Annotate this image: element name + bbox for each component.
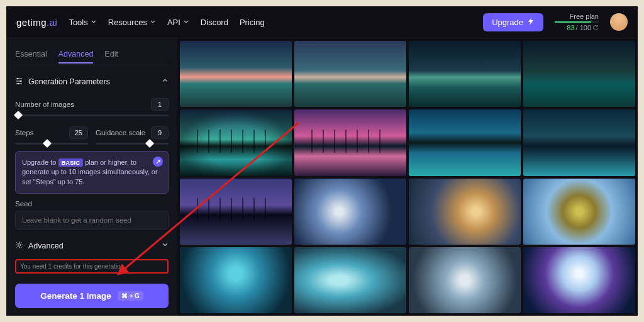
gallery: [177, 38, 638, 316]
seed-label: Seed: [15, 200, 169, 208]
nav-label: Resources: [108, 18, 147, 27]
num-images-label: Number of images: [15, 101, 74, 108]
credits-bar: [555, 21, 599, 23]
credits-meter[interactable]: Free plan 83 / 100: [555, 13, 599, 31]
upsell-badge: BASIC: [58, 158, 84, 167]
num-images-slider[interactable]: [15, 114, 169, 116]
guidance-label: Guidance scale: [96, 129, 145, 136]
steps-slider[interactable]: [15, 143, 88, 145]
upgrade-label: Upgrade: [492, 18, 523, 27]
upgrade-button[interactable]: Upgrade: [483, 13, 543, 31]
gallery-item[interactable]: [409, 179, 521, 245]
generate-label: Generate 1 image: [40, 291, 111, 301]
steps-value[interactable]: 25: [69, 126, 88, 139]
gallery-item[interactable]: [409, 247, 521, 313]
gallery-item[interactable]: [294, 179, 406, 245]
nav-label: Discord: [201, 18, 228, 27]
svg-point-1: [20, 80, 22, 82]
gallery-item[interactable]: [294, 247, 406, 313]
gallery-item[interactable]: [523, 247, 635, 313]
gallery-item[interactable]: [180, 41, 292, 107]
svg-point-0: [17, 78, 19, 80]
tab-edit[interactable]: Edit: [104, 46, 118, 64]
plan-label: Free plan: [570, 13, 599, 20]
num-images-value[interactable]: 1: [151, 98, 169, 111]
nav-label: Tools: [69, 18, 87, 27]
external-link-icon: [153, 157, 163, 167]
logo[interactable]: getimg.ai: [16, 17, 57, 28]
tab-essential[interactable]: Essential: [15, 46, 47, 64]
nav-label: Pricing: [240, 18, 265, 27]
guidance-value[interactable]: 9: [151, 126, 169, 139]
avatar[interactable]: [610, 13, 628, 31]
topbar: getimg.ai Tools Resources API Discord Pr…: [6, 6, 638, 38]
chevron-down-icon: [162, 242, 169, 250]
gallery-item[interactable]: [523, 41, 635, 107]
gallery-item[interactable]: [523, 179, 635, 245]
nav-api[interactable]: API: [167, 18, 189, 27]
gallery-item[interactable]: [180, 109, 292, 175]
chevron-down-icon: [91, 19, 97, 25]
nav: Tools Resources API Discord Pricing: [69, 18, 264, 27]
chevron-down-icon: [183, 19, 189, 25]
credits-total: / 100: [576, 24, 591, 31]
svg-point-2: [18, 83, 19, 85]
logo-suffix: ai: [50, 17, 58, 28]
generate-button[interactable]: Generate 1 image ⌘ + G: [15, 284, 169, 308]
gallery-item[interactable]: [180, 179, 292, 245]
gallery-item[interactable]: [409, 109, 521, 175]
nav-resources[interactable]: Resources: [108, 18, 156, 27]
upsell-banner[interactable]: Upgrade to BASIC plan or higher, to gene…: [15, 151, 169, 194]
tabs: Essential Advanced Edit: [15, 46, 169, 65]
shortcut-label: ⌘ + G: [118, 291, 143, 301]
gallery-item[interactable]: [294, 109, 406, 175]
upsell-prefix: Upgrade to: [22, 158, 56, 166]
seed-input[interactable]: [15, 211, 169, 230]
guidance-slider[interactable]: [96, 143, 169, 145]
sidebar: Essential Advanced Edit Generation Param…: [6, 38, 177, 316]
advanced-section-header[interactable]: Advanced: [15, 236, 169, 252]
refresh-icon: [592, 25, 599, 31]
sliders-icon: [15, 77, 23, 87]
gallery-item[interactable]: [409, 41, 521, 107]
gallery-item[interactable]: [523, 109, 635, 175]
nav-label: API: [167, 18, 180, 27]
logo-text: getimg: [16, 17, 47, 28]
chevron-up-icon: [162, 77, 169, 86]
gallery-item[interactable]: [180, 247, 292, 313]
credits-note: You need 1 credits for this generation.: [15, 259, 169, 274]
section-label: Advanced: [28, 242, 64, 250]
generation-parameters-header[interactable]: Generation Parameters: [15, 72, 169, 88]
bolt-icon: [527, 18, 535, 27]
gallery-item[interactable]: [294, 41, 406, 107]
nav-discord[interactable]: Discord: [201, 18, 228, 27]
svg-point-3: [18, 244, 21, 247]
steps-label: Steps: [15, 129, 33, 136]
credits-used: 83: [567, 24, 574, 31]
tab-advanced[interactable]: Advanced: [58, 46, 94, 64]
nav-pricing[interactable]: Pricing: [240, 18, 265, 27]
chevron-down-icon: [150, 19, 156, 25]
section-label: Generation Parameters: [28, 77, 110, 86]
nav-tools[interactable]: Tools: [69, 18, 96, 27]
gear-icon: [15, 241, 23, 251]
credits-count: 83 / 100: [567, 24, 599, 31]
